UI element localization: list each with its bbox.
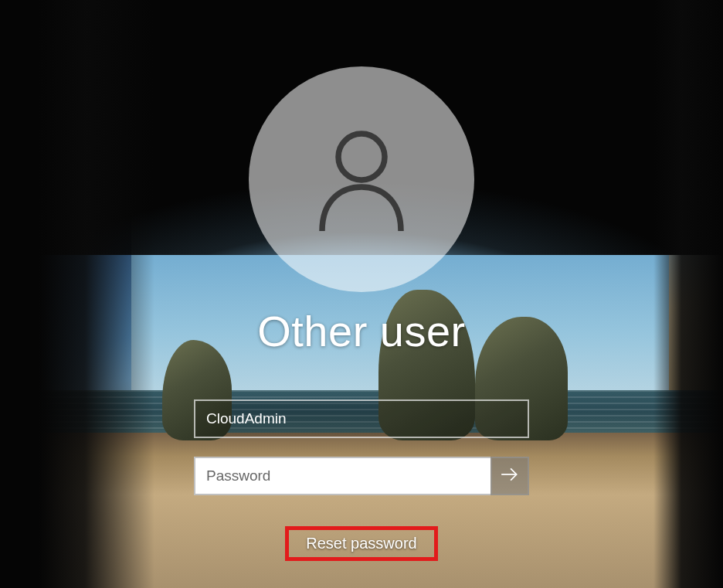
svg-point-0 [338,134,385,180]
reset-password-link[interactable]: Reset password [306,535,416,552]
submit-button[interactable] [490,457,529,495]
user-avatar [249,66,474,292]
credential-fields: Reset password [194,399,529,561]
password-input[interactable] [194,457,490,495]
password-row [194,457,529,495]
login-panel: Other user Reset password [0,0,723,588]
person-icon [304,120,419,239]
reset-password-highlight: Reset password [285,526,437,561]
username-input[interactable] [194,399,529,438]
account-title: Other user [257,306,466,356]
arrow-right-icon [500,464,520,488]
